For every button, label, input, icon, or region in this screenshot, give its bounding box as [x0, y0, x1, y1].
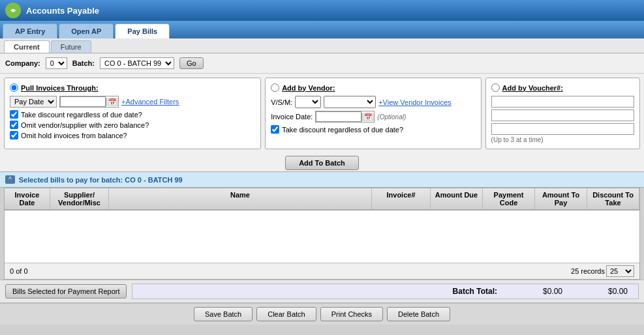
- go-button[interactable]: Go: [179, 57, 204, 69]
- view-invoices-link[interactable]: +View Vendor Invoices: [378, 98, 451, 106]
- grid-footer: 0 of 0 25 records 25 50 100: [5, 263, 639, 279]
- batch-total-section: Batch Total: $0.00 $0.00: [132, 284, 639, 299]
- voucher-input-2[interactable]: [491, 109, 634, 121]
- save-batch-button[interactable]: Save Batch: [194, 307, 253, 321]
- calendar-icon[interactable]: 📅: [106, 98, 118, 106]
- add-to-batch-row: Add To Batch: [0, 153, 644, 171]
- report-button[interactable]: Bills Selected for Payment Report: [5, 284, 127, 299]
- tab-pay-bills[interactable]: Pay Bills: [115, 23, 170, 38]
- batch-total-discount: $0.00: [589, 287, 628, 296]
- records-select-wrap: 25 records 25 50 100: [571, 265, 634, 277]
- col-payment-code: Payment Code: [483, 188, 535, 209]
- pull-invoices-panel: Pull Invoices Through: Pay Date 📅 +Advan…: [4, 78, 261, 149]
- add-vendor-title: Add by Vendor:: [282, 84, 335, 92]
- pull-date-input[interactable]: [60, 96, 106, 107]
- advanced-filters-link[interactable]: +Advanced Filters: [121, 98, 179, 106]
- grid-header: Invoice Date Supplier/ Vendor/Misc Name …: [5, 188, 639, 211]
- col-amount-to-pay: Amount To Pay: [535, 188, 587, 209]
- pull-invoices-title: Pull Invoices Through:: [21, 84, 99, 92]
- col-invoice-date: Invoice Date: [5, 188, 50, 209]
- omit-hold-checkbox[interactable]: [10, 131, 18, 139]
- vendor-discount-checkbox[interactable]: [271, 125, 279, 134]
- records-label: 25 records: [571, 267, 605, 275]
- main-content: Pull Invoices Through: Pay Date 📅 +Advan…: [0, 74, 644, 153]
- print-checks-button[interactable]: Print Checks: [320, 307, 383, 321]
- clear-batch-button[interactable]: Clear Batch: [256, 307, 316, 321]
- batch-total-amount: $0.00: [523, 287, 562, 296]
- action-bar: Save Batch Clear Batch Print Checks Dele…: [0, 302, 644, 325]
- row-count: 0 of 0: [10, 267, 28, 275]
- vendor-calendar-icon[interactable]: 📅: [361, 113, 374, 121]
- pull-invoices-radio[interactable]: [10, 83, 18, 92]
- col-invoice-num: Invoice#: [372, 188, 431, 209]
- add-voucher-radio[interactable]: [491, 83, 500, 92]
- tab-open-ap[interactable]: Open AP: [59, 23, 114, 38]
- discount-label: Take discount regardless of due date?: [21, 111, 142, 119]
- batch-header: ^ Selected bills to pay for batch: CO 0 …: [0, 171, 644, 188]
- grid-body[interactable]: [5, 211, 639, 263]
- sub-tab-current[interactable]: Current: [4, 40, 50, 53]
- col-discount-to-take: Discount To Take: [587, 188, 639, 209]
- bottom-bar: Bills Selected for Payment Report Batch …: [0, 280, 644, 302]
- omit-zero-checkbox[interactable]: [10, 121, 18, 129]
- sub-tab-future[interactable]: Future: [51, 40, 91, 53]
- col-name: Name: [109, 188, 372, 209]
- pay-date-select[interactable]: Pay Date: [10, 96, 57, 108]
- vendor-discount-label: Take discount regardless of due date?: [282, 126, 403, 134]
- company-label: Company:: [5, 59, 40, 67]
- app-title: Accounts Payable: [26, 6, 99, 16]
- batch-total-label: Batch Total:: [453, 287, 497, 296]
- delete-batch-button[interactable]: Delete Batch: [387, 307, 450, 321]
- add-by-voucher-panel: Add by Voucher#: (Up to 3 at a time): [485, 78, 640, 149]
- discount-checkbox[interactable]: [10, 110, 18, 119]
- sub-tab-bar: Current Future: [0, 38, 644, 53]
- up-to-text: (Up to 3 at a time): [491, 136, 634, 143]
- batch-select[interactable]: CO 0 - BATCH 99: [100, 57, 174, 69]
- omit-zero-label: Omit vendor/supplier with zero balance?: [21, 121, 149, 129]
- batch-title: Selected bills to pay for batch: CO 0 - …: [19, 176, 183, 184]
- tab-ap-entry[interactable]: AP Entry: [3, 23, 57, 38]
- voucher-input-1[interactable]: [491, 96, 634, 108]
- col-amount-due: Amount Due: [431, 188, 483, 209]
- vsm-label: V/S/M:: [271, 98, 292, 106]
- col-supplier: Supplier/ Vendor/Misc: [50, 188, 109, 209]
- vendor-date-input[interactable]: [316, 111, 361, 122]
- invoice-date-label: Invoice Date:: [271, 113, 313, 121]
- tab-bar: AP Entry Open AP Pay Bills: [0, 21, 644, 38]
- add-to-batch-button[interactable]: Add To Batch: [285, 156, 359, 170]
- add-by-vendor-panel: Add by Vendor: V/S/M: +View Vendor Invoi…: [265, 78, 481, 149]
- logo-icon: [5, 3, 21, 18]
- add-voucher-title: Add by Voucher#:: [502, 84, 563, 92]
- omit-hold-label: Omit hold invoices from balance?: [21, 132, 127, 139]
- records-per-page-select[interactable]: 25 50 100: [606, 265, 634, 277]
- optional-text: (Optional): [377, 113, 406, 121]
- title-bar: Accounts Payable: [0, 0, 644, 21]
- voucher-input-3[interactable]: [491, 123, 634, 135]
- vsm-value-select[interactable]: [324, 96, 376, 108]
- company-select[interactable]: 0: [46, 57, 67, 69]
- collapse-button[interactable]: ^: [5, 175, 15, 184]
- vsm-type-select[interactable]: [295, 96, 321, 108]
- add-vendor-radio[interactable]: [271, 83, 279, 92]
- grid-wrapper: Invoice Date Supplier/ Vendor/Misc Name …: [4, 188, 640, 280]
- batch-label: Batch:: [72, 59, 95, 67]
- toolbar: Company: 0 Batch: CO 0 - BATCH 99 Go: [0, 53, 644, 74]
